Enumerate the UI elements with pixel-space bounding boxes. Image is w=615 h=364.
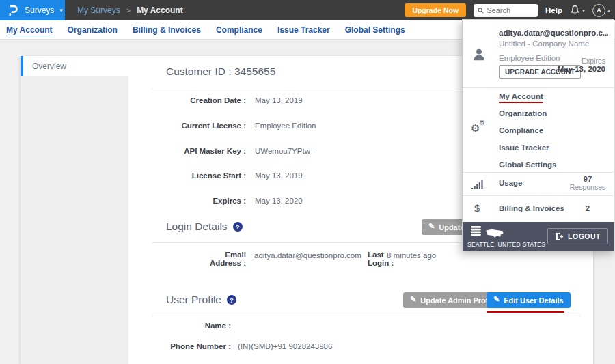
tab-my-account[interactable]: My Account — [6, 25, 53, 35]
edit-icon: ✎ — [410, 295, 416, 304]
field-creation-date: Creation Date : May 13, 2019 — [152, 96, 303, 104]
logout-button[interactable]: LOGOUT — [547, 228, 608, 244]
customer-id-title: Customer ID : 3455655 — [166, 66, 275, 78]
search-box[interactable] — [474, 4, 538, 17]
name-label: Name : — [152, 322, 231, 330]
usage-label: Usage — [499, 179, 523, 187]
breadcrumb-my-surveys[interactable]: My Surveys — [77, 5, 120, 15]
sidebar-item-overview[interactable]: Overview — [20, 56, 128, 76]
account-menu-items: ⚙ ⚙ My Account Organization Compliance I… — [463, 88, 614, 173]
help-question-icon[interactable]: ? — [227, 295, 236, 305]
account-menu-button[interactable]: A ▴ — [592, 4, 610, 17]
us-map-icon — [485, 228, 504, 238]
help-question-icon[interactable]: ? — [233, 222, 243, 232]
phone-number-value: (IN)(SMB)+91 9028243986 — [238, 342, 332, 350]
billing-count: 2 — [567, 204, 608, 212]
search-icon — [478, 7, 484, 14]
account-location: SEATTLE, UNITED STATES — [467, 241, 545, 248]
breadcrumb-separator: > — [126, 6, 131, 14]
billing-invoices-row[interactable]: $ Billing & Invoices 2 — [463, 196, 614, 222]
breadcrumb-my-account: My Account — [137, 5, 183, 15]
billing-count-wrap: 2 — [567, 204, 608, 212]
search-input[interactable] — [487, 6, 534, 14]
billing-label: Billing & Invoices — [499, 204, 564, 212]
usage-row[interactable]: Usage 97 Responses — [463, 173, 614, 196]
logout-icon — [555, 232, 564, 241]
usage-unit: Responses — [567, 183, 608, 191]
account-footer: SEATTLE, UNITED STATES LOGOUT — [463, 222, 614, 251]
expires-value: May 13, 2020 — [558, 65, 605, 73]
phone-number-label: Phone Number : — [152, 342, 231, 350]
header-actions: Upgrade Now Help ▾ A ▴ — [405, 0, 610, 20]
bell-icon — [570, 5, 580, 16]
email-address-value: aditya.datar@questionpro.com — [254, 251, 361, 260]
server-stack-icon — [470, 226, 482, 236]
menu-item-issue-tracker[interactable]: Issue Tracker — [463, 139, 614, 156]
tab-issue-tracker[interactable]: Issue Tracker — [277, 25, 330, 35]
account-expiry: Expires May 13, 2020 — [558, 57, 605, 73]
last-login-value: 8 minutes ago — [387, 251, 436, 260]
upgrade-now-button[interactable]: Upgrade Now — [405, 3, 466, 17]
chevron-up-icon: ▴ — [607, 8, 610, 14]
expires-label: Expires — [558, 57, 605, 65]
usage-stats: 97 Responses — [567, 175, 608, 191]
user-icon — [472, 47, 487, 62]
tab-compliance[interactable]: Compliance — [216, 25, 262, 35]
avatar: A — [592, 4, 605, 17]
dollar-icon: $ — [474, 202, 480, 214]
account-summary: aditya.datar@questionpro.c... Untitled -… — [463, 20, 614, 88]
tab-global-settings[interactable]: Global Settings — [345, 25, 405, 35]
gears-icon: ⚙ ⚙ — [471, 120, 487, 135]
chevron-down-icon: ▾ — [59, 7, 63, 14]
edit-icon: ✎ — [428, 222, 435, 231]
notifications-button[interactable]: ▾ — [570, 5, 585, 16]
chevron-down-icon: ▾ — [582, 8, 585, 14]
top-header: Surveys ▾ My Surveys > My Account Upgrad… — [0, 0, 615, 20]
usage-count: 97 — [567, 175, 608, 183]
bar-chart-icon — [472, 180, 484, 189]
menu-item-global-settings[interactable]: Global Settings — [463, 156, 614, 173]
login-details-title: Login Details ? — [166, 221, 243, 233]
edit-icon: ✎ — [493, 295, 500, 304]
account-dropdown: aditya.datar@questionpro.c... Untitled -… — [462, 19, 614, 251]
my-account-page: Surveys ▾ My Surveys > My Account Upgrad… — [0, 0, 615, 364]
annotation-underline-edit-user — [487, 311, 564, 313]
questionpro-logo — [8, 3, 19, 17]
product-switcher[interactable]: Surveys ▾ — [0, 0, 65, 20]
product-label: Surveys — [25, 5, 54, 15]
breadcrumb: My Surveys > My Account — [77, 0, 183, 20]
help-link[interactable]: Help — [545, 6, 562, 14]
field-current-license: Current License : Employee Edition — [152, 122, 316, 130]
account-company: Untitled - Company Name — [499, 40, 589, 48]
divider — [152, 316, 581, 316]
account-edition: Employee Edition — [499, 54, 560, 62]
edit-user-details-button[interactable]: ✎ Edit User Details — [487, 292, 571, 308]
tab-organization[interactable]: Organization — [68, 25, 118, 35]
field-license-start: License Start : May 13, 2019 — [152, 171, 303, 180]
tab-billing-invoices[interactable]: Billing & Invoices — [133, 25, 201, 35]
field-expires: Expires : May 13, 2020 — [152, 197, 303, 205]
field-api-master-key: API Master Key : UWemou7YPtw= — [152, 147, 315, 155]
email-address-label: Email Address : — [205, 251, 246, 267]
account-email: aditya.datar@questionpro.c... — [499, 29, 608, 37]
menu-item-my-account[interactable]: My Account — [463, 88, 614, 105]
sidebar: Overview — [20, 56, 128, 364]
user-profile-title: User Profile ? — [166, 294, 236, 306]
